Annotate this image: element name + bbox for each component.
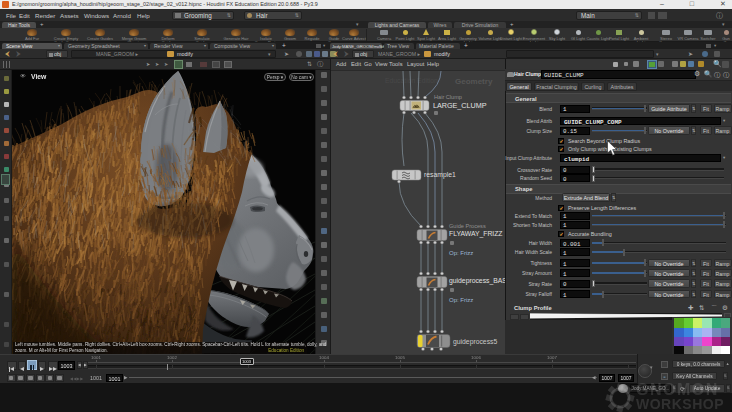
svg-text:WORKSHOP: WORKSHOP	[636, 396, 724, 412]
